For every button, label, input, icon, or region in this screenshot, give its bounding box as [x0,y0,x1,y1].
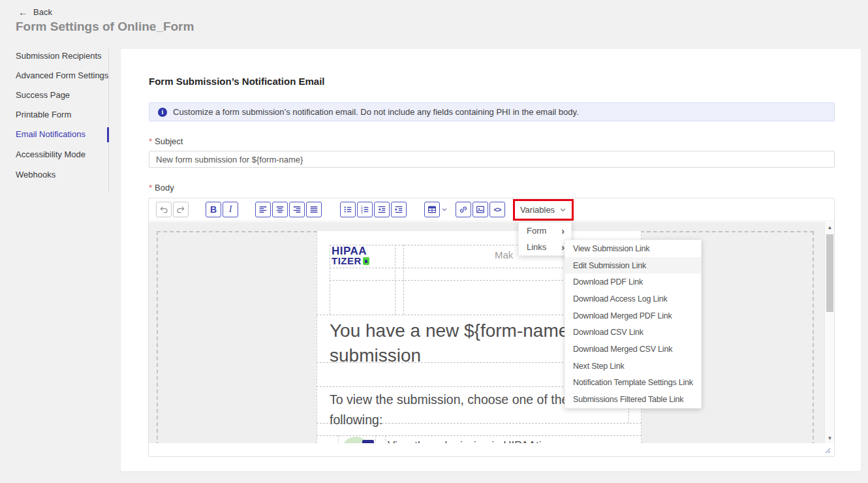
align-left-icon [258,204,268,215]
sidebar-item-accessibility-mode[interactable]: Accessibility Mode [16,149,85,161]
info-banner: i Customize a form submission’s notifica… [149,102,835,121]
bulleted-list-icon [343,204,353,215]
email-list-item-fragment: View the submission in HIPAAti [388,439,542,443]
sidebar-active-indicator [107,127,109,142]
sidebar-item-email-notifications[interactable]: Email Notifications [16,129,85,140]
sidebar-divider [108,49,109,193]
variables-dropdown-button[interactable]: Variables [513,199,574,221]
editor-scrollbar[interactable]: ▲ ▼ [824,222,834,443]
svg-text:3: 3 [361,211,363,214]
submenu-item-next-step-link[interactable]: Next Step Link [565,358,701,375]
view-submission-icon [362,440,374,443]
redo-button[interactable] [173,202,189,217]
submenu-item-download-merged-csv-link[interactable]: Download Merged CSV Link [565,341,701,358]
required-marker: * [149,183,152,193]
form-settings-page: ← Back Form Settings of Online_Form Subm… [0,0,868,483]
code-icon: <> [494,206,501,213]
submenu-item-download-access-log-link[interactable]: Download Access Log Link [565,290,701,307]
submenu-item-view-submission-link[interactable]: View Submission Link [565,240,701,257]
justify-button[interactable] [306,202,322,217]
redo-icon [176,204,186,215]
sidebar-item-printable-form[interactable]: Printable Form [16,110,71,121]
section-title: Form Submission’s Notification Email [149,76,324,87]
table-gridline [395,245,395,315]
editor-footer [149,443,834,456]
italic-button[interactable]: I [223,202,238,217]
required-marker: * [149,136,152,146]
back-label: Back [33,7,52,17]
body-rich-text-editor: B I [148,198,835,457]
table-gridline [375,435,376,443]
resize-handle-icon[interactable] [823,446,831,454]
variables-menu-item-links[interactable]: Links › [519,239,571,255]
submenu-item-notification-template-settings-link[interactable]: Notification Template Settings Link [565,375,701,392]
sidebar-item-success-page[interactable]: Success Page [16,90,70,101]
align-right-icon [292,204,302,215]
undo-button[interactable] [156,202,172,217]
variables-menu-item-form[interactable]: Form › [519,223,571,239]
table-gridline [385,435,386,443]
table-gridline [317,435,642,436]
align-right-button[interactable] [289,202,305,217]
submenu-item-download-pdf-link[interactable]: Download PDF Link [565,273,701,290]
numbered-list-icon: 1 2 3 [360,204,370,215]
info-banner-text: Customize a form submission’s notificati… [173,107,579,117]
info-icon: i [158,108,167,117]
subject-input[interactable] [149,151,835,168]
scrollbar-thumb[interactable] [826,234,833,312]
submenu-arrow-icon: › [561,226,565,236]
link-button[interactable] [456,202,471,217]
justify-icon [309,204,319,215]
back-button[interactable]: ← Back [18,7,52,18]
undo-icon [159,204,169,215]
code-view-button[interactable]: <> [489,202,505,217]
italic-icon: I [229,204,232,215]
sidebar-item-submission-recipients[interactable]: Submission Recipients [16,51,102,62]
sidebar-item-advanced-form-settings[interactable]: Advanced Form Settings [16,70,108,82]
editor-toolbar: B I [149,198,834,221]
lock-icon [363,257,369,265]
align-center-icon [275,204,285,215]
scroll-down-arrow[interactable]: ▼ [825,433,835,443]
submenu-item-submissions-filtered-table-link[interactable]: Submissions Filtered Table Link [565,391,701,408]
bulleted-list-button[interactable] [340,202,356,217]
table-chevron-down-icon [441,206,448,213]
variables-menu: Form › Links › [518,222,572,256]
indent-button[interactable] [391,202,407,217]
body-editor-canvas[interactable]: HIPAA TIZER Mak You have a new ${form-na… [149,222,824,443]
submenu-item-download-csv-link[interactable]: Download CSV Link [565,324,701,341]
hipaatizer-logo: HIPAA TIZER [332,246,369,266]
bold-button[interactable]: B [206,202,221,217]
submenu-item-download-merged-pdf-link[interactable]: Download Merged PDF Link [565,307,701,324]
align-center-button[interactable] [272,202,288,217]
links-submenu: View Submission Link Edit Submission Lin… [565,240,702,409]
table-gridline [403,245,404,315]
sidebar-item-webhooks[interactable]: Webhooks [16,170,55,181]
indent-icon [394,204,404,215]
table-gridline [338,435,339,443]
outdent-icon [377,204,387,215]
subject-label: *Subject [149,136,183,146]
table-button[interactable] [424,202,448,217]
bold-icon: B [210,204,217,215]
table-gridline [330,245,330,315]
page-title: Form Settings of Online_Form [16,20,194,34]
email-header-text-fragment: Mak [495,249,513,260]
image-button[interactable] [473,202,488,217]
link-icon [458,204,469,215]
image-icon [475,204,486,215]
variables-label: Variables [520,205,555,215]
table-icon [427,204,437,215]
numbered-list-button[interactable]: 1 2 3 [357,202,373,217]
back-arrow-icon: ← [18,7,28,18]
body-label: *Body [149,183,174,193]
variables-chevron-down-icon [559,206,566,213]
outdent-button[interactable] [374,202,390,217]
align-left-button[interactable] [255,202,271,217]
scroll-up-arrow[interactable]: ▲ [825,223,835,232]
submenu-item-edit-submission-link[interactable]: Edit Submission Link [565,257,701,274]
